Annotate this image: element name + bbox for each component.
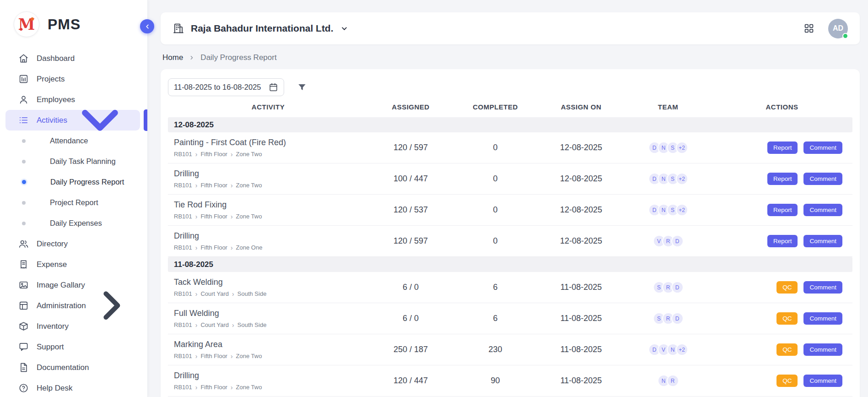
- sidebar-item-documentation[interactable]: Documentation: [0, 357, 147, 378]
- sidebar-collapse-button[interactable]: [140, 19, 154, 33]
- activity-location: RB101›Fifth Floor›Zone Two: [174, 151, 368, 158]
- report-button[interactable]: Report: [767, 141, 798, 154]
- activity-location: RB101›Fifth Floor›Zone Two: [174, 213, 368, 220]
- comment-button[interactable]: Comment: [803, 173, 842, 185]
- comment-button[interactable]: Comment: [803, 312, 842, 325]
- team-avatars: DNS+2: [625, 204, 712, 216]
- main-area: Raja Bahadur International Ltd. AD Home …: [148, 0, 868, 397]
- sidebar-subitem-daily-task-planning[interactable]: Daily Task Planning: [0, 151, 147, 172]
- comment-button[interactable]: Comment: [803, 281, 842, 294]
- location-segment: Zone Two: [236, 151, 262, 158]
- administration-icon: [18, 300, 29, 311]
- location-segment: Zone Two: [236, 384, 262, 391]
- company-selector[interactable]: Raja Bahadur International Ltd.: [173, 22, 349, 34]
- location-segment: RB101: [174, 384, 192, 391]
- sidebar-subitem-daily-progress-report[interactable]: Daily Progress Report: [0, 172, 147, 192]
- chevron-right-icon: ›: [195, 245, 198, 251]
- team-avatar[interactable]: D: [671, 312, 684, 325]
- team-avatar[interactable]: +2: [676, 173, 688, 185]
- completed-value: 6: [453, 314, 538, 323]
- qc-button[interactable]: QC: [776, 281, 798, 294]
- report-button[interactable]: Report: [767, 173, 798, 185]
- qc-button[interactable]: QC: [776, 375, 798, 387]
- qc-button[interactable]: QC: [776, 343, 798, 356]
- breadcrumb-home[interactable]: Home: [162, 53, 183, 62]
- location-segment: Fifth Floor: [200, 384, 227, 391]
- sidebar-subitem-project-report[interactable]: Project Report: [0, 192, 147, 213]
- app-root: M PMS DashboardProjectsEmployeesActiviti…: [0, 0, 868, 397]
- chevron-right-icon: [189, 54, 195, 61]
- assign-on-value: 12-08-2025: [538, 205, 625, 215]
- comment-button[interactable]: Comment: [803, 204, 842, 216]
- sidebar-subitem-daily-expenses[interactable]: Daily Expenses: [0, 213, 147, 234]
- column-header-actions: ACTIONS: [712, 103, 852, 111]
- sidebar-item-label: Activities: [37, 116, 67, 125]
- activity-row: DrillingRB101›Fifth Floor›Zone Two100 / …: [168, 163, 852, 195]
- location-segment: RB101: [174, 353, 192, 359]
- chevron-right-icon: ›: [231, 353, 233, 359]
- activity-cell: Tie Rod FixingRB101›Fifth Floor›Zone Two: [168, 200, 368, 220]
- sidebar-item-help-desk[interactable]: Help Desk: [0, 378, 147, 397]
- sidebar-item-projects[interactable]: Projects: [0, 69, 147, 89]
- team-avatar[interactable]: +2: [676, 204, 688, 216]
- grid-icon: [803, 23, 814, 34]
- chevron-right-icon: ›: [231, 384, 233, 391]
- sidebar-item-label: Administration: [37, 301, 86, 310]
- chevron-right-icon: ›: [195, 213, 198, 220]
- location-segment: South Side: [237, 290, 267, 297]
- team-avatar[interactable]: +2: [676, 141, 688, 154]
- sidebar-item-expense[interactable]: Expense: [0, 254, 147, 275]
- assign-on-value: 11-08-2025: [538, 314, 625, 323]
- comment-button[interactable]: Comment: [803, 141, 842, 154]
- user-avatar[interactable]: AD: [828, 19, 848, 38]
- support-icon: [18, 342, 29, 352]
- sidebar-subitem-label: Daily Progress Report: [50, 178, 124, 186]
- qc-button[interactable]: QC: [776, 312, 798, 325]
- location-segment: Fifth Floor: [200, 151, 227, 158]
- assign-on-value: 12-08-2025: [538, 174, 625, 184]
- apps-grid-button[interactable]: [803, 23, 814, 34]
- logo-letter: M: [18, 17, 35, 32]
- comment-button[interactable]: Comment: [803, 235, 842, 247]
- activity-row: Marking AreaRB101›Fifth Floor›Zone Two25…: [168, 334, 852, 365]
- completed-value: 0: [453, 205, 538, 215]
- sidebar-item-directory[interactable]: Directory: [0, 234, 147, 254]
- activity-cell: Tack WeldingRB101›Court Yard›South Side: [168, 277, 368, 297]
- comment-button[interactable]: Comment: [803, 343, 842, 356]
- sidebar-item-dashboard[interactable]: Dashboard: [0, 48, 147, 69]
- report-button[interactable]: Report: [767, 235, 798, 247]
- date-range-input[interactable]: 11-08-2025 to 16-08-2025: [168, 78, 284, 96]
- sidebar-item-support[interactable]: Support: [0, 337, 147, 357]
- sidebar-item-administration[interactable]: Administration: [0, 295, 147, 316]
- sidebar-item-label: Documentation: [37, 363, 137, 372]
- assigned-value: 6 / 0: [368, 283, 453, 292]
- breadcrumb-current: Daily Progress Report: [200, 53, 276, 62]
- chevron-right-icon: ›: [231, 182, 233, 189]
- location-segment: Court Yard: [200, 321, 229, 328]
- location-segment: RB101: [174, 182, 192, 189]
- sidebar-subitem-label: Project Report: [50, 198, 98, 207]
- activity-title: Painting - First Coat (Fire Red): [174, 138, 368, 147]
- team-avatar[interactable]: R: [667, 375, 679, 387]
- team-avatar[interactable]: D: [671, 281, 684, 294]
- column-header-assigned: ASSIGNED: [368, 103, 453, 111]
- location-segment: Zone One: [236, 244, 263, 251]
- location-segment: Court Yard: [200, 290, 229, 297]
- assigned-value: 120 / 597: [368, 236, 453, 246]
- team-avatar[interactable]: +2: [676, 343, 688, 356]
- team-avatar[interactable]: D: [671, 235, 684, 247]
- directory-icon: [18, 239, 29, 249]
- comment-button[interactable]: Comment: [803, 375, 842, 387]
- breadcrumb: Home Daily Progress Report: [161, 44, 860, 69]
- sidebar-item-activities[interactable]: Activities: [5, 110, 140, 131]
- report-button[interactable]: Report: [767, 204, 798, 216]
- date-group-header: 11-08-2025: [168, 257, 852, 272]
- activity-cell: DrillingRB101›Fifth Floor›Zone Two: [168, 371, 368, 391]
- location-segment: Zone Two: [236, 182, 262, 189]
- topbar: Raja Bahadur International Ltd. AD: [161, 12, 860, 44]
- filter-button[interactable]: [297, 82, 307, 92]
- sidebar-item-inventory[interactable]: Inventory: [0, 316, 147, 337]
- chevron-down-icon: [67, 87, 133, 153]
- completed-value: 90: [453, 376, 538, 386]
- assign-on-value: 12-08-2025: [538, 143, 625, 152]
